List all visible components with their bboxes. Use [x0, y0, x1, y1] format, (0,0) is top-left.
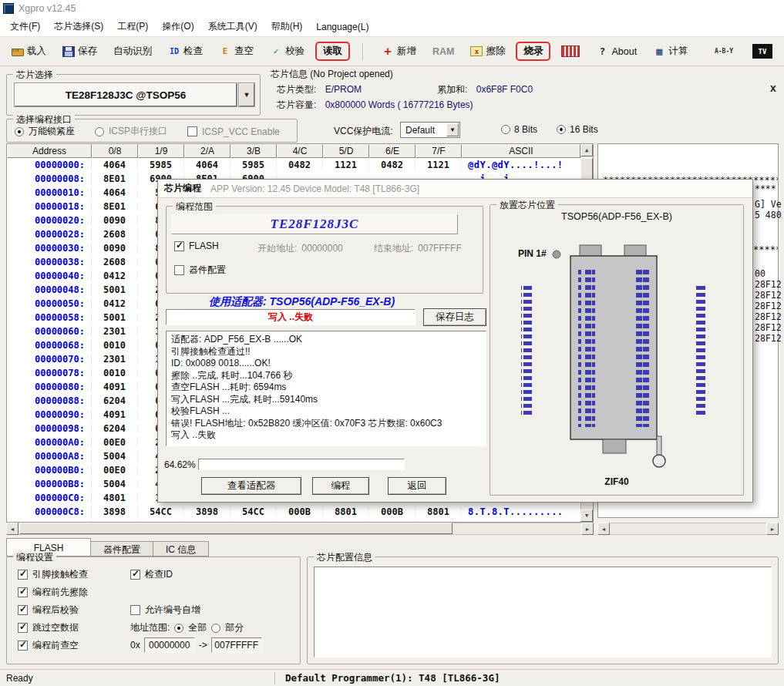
hex-cell[interactable]: 3898 [184, 506, 230, 517]
chevron-down-icon[interactable]: ▼ [446, 123, 459, 136]
16bits-radio[interactable] [557, 125, 566, 134]
program-button[interactable]: 编程 [312, 477, 369, 495]
horizontal-scrollbar[interactable]: ◄ ► [597, 523, 779, 535]
menu-item-3[interactable]: 操作(O) [155, 18, 200, 35]
hex-cell[interactable]: 0412 [92, 271, 138, 281]
checkbox[interactable] [18, 605, 28, 615]
hex-cell[interactable]: 6204 [92, 423, 138, 434]
toolbar-calculator-button[interactable]: ▦计算 [648, 41, 693, 62]
toolbar-program-button[interactable]: 烧录 [516, 42, 550, 61]
serial-increment-checkbox[interactable]: 允许编号自增 [130, 604, 200, 617]
toolbar-auto-detect-button[interactable]: 自动识别 [108, 41, 157, 62]
range-all-radio[interactable] [174, 624, 183, 633]
icsp-vcc-checkbox[interactable] [187, 126, 197, 136]
toolbar-about-button[interactable]: ?About [591, 42, 642, 62]
toolbar-add-device-button[interactable]: +新增 [376, 41, 422, 62]
checkbox[interactable] [18, 623, 28, 633]
hex-cell[interactable]: 0010 [92, 368, 138, 378]
toolbar-ic-test-button[interactable] [556, 42, 585, 61]
hex-cell[interactable]: 4801 [92, 493, 138, 503]
toolbar-logic-test-button[interactable]: A-B-Y [706, 42, 742, 62]
hex-cell[interactable]: 00E0 [92, 465, 138, 476]
horizontal-scrollbar[interactable]: ◄ ► [6, 523, 594, 535]
toolbar-ram-test-button[interactable]: RAM [427, 42, 459, 61]
scrollbar-thumb[interactable] [19, 523, 453, 534]
checkbox[interactable] [130, 570, 140, 580]
skip-blank-checkbox[interactable]: 跳过空数据 [18, 621, 79, 634]
universal-socket-radio[interactable] [15, 127, 24, 136]
hex-cell[interactable]: 0482 [369, 160, 416, 170]
toolbar-blank-check-button[interactable]: E查空 [214, 41, 259, 62]
menu-item-5[interactable]: 帮助(H) [264, 18, 310, 35]
hex-cell[interactable]: 8801 [323, 506, 369, 517]
vcc-current-select[interactable]: Default ▼ [400, 122, 460, 138]
hex-cell[interactable]: 1121 [416, 160, 462, 170]
tab-2[interactable]: IC 信息 [153, 541, 209, 557]
hex-cell[interactable]: 5985 [138, 160, 184, 170]
end-address-input[interactable]: 007FFFFF [211, 637, 262, 653]
toolbar-read-button[interactable]: 读取 [315, 42, 350, 61]
tab-1[interactable]: 器件配置 [90, 541, 153, 557]
hex-cell[interactable]: 5001 [92, 312, 138, 323]
hex-cell[interactable]: 1121 [323, 160, 369, 170]
icsp-radio[interactable] [95, 127, 104, 136]
verify-after-checkbox[interactable]: 编程后校验 [18, 604, 79, 617]
checkbox[interactable] [18, 570, 28, 580]
menu-item-4[interactable]: 系统工具(V) [201, 18, 264, 35]
hex-cell[interactable]: 4091 [92, 409, 138, 420]
hex-cell[interactable]: 5004 [92, 451, 138, 462]
checkbox[interactable] [18, 587, 28, 597]
hex-cell[interactable]: 2608 [92, 229, 138, 240]
hex-cell[interactable]: 54CC [138, 506, 184, 517]
range-part-radio[interactable] [211, 624, 220, 633]
scroll-down-icon[interactable]: ▼ [580, 509, 593, 522]
hex-cell[interactable]: 6204 [92, 395, 138, 406]
hex-cell[interactable]: 8801 [416, 506, 462, 517]
toolbar-load-button[interactable]: 载入 [6, 41, 52, 62]
view-adapter-button[interactable]: 查看适配器 [201, 477, 301, 495]
chip-select-combobox[interactable]: TE28F128J3C @TSOP56 [15, 83, 237, 106]
hex-cell[interactable]: 0010 [92, 340, 138, 351]
scroll-right-icon[interactable]: ► [766, 523, 779, 535]
scroll-up-icon[interactable]: ▲ [580, 144, 593, 156]
hex-cell[interactable]: 4064 [184, 160, 230, 170]
hex-cell[interactable]: 4091 [92, 382, 138, 392]
hex-cell[interactable]: 2301 [92, 326, 138, 337]
hex-cell[interactable]: 0412 [92, 298, 138, 309]
hex-cell[interactable]: 00E0 [92, 437, 138, 448]
hex-cell[interactable]: 54CC [230, 506, 277, 517]
hex-cell[interactable]: 8E01 [92, 201, 138, 212]
menu-item-1[interactable]: 芯片选择(S) [47, 18, 110, 35]
hex-cell[interactable]: 0090 [92, 215, 138, 226]
scroll-left-icon[interactable]: ◄ [6, 523, 19, 535]
scroll-right-icon[interactable]: ► [581, 523, 594, 535]
erase-before-checkbox[interactable]: 编程前先擦除 [18, 586, 88, 599]
hex-cell[interactable]: 0482 [277, 160, 323, 170]
hex-cell[interactable]: 000B [369, 506, 416, 517]
hex-cell[interactable]: 4064 [92, 160, 138, 170]
chevron-down-icon[interactable]: ▼ [239, 83, 254, 106]
toolbar-save-button[interactable]: 保存 [57, 41, 103, 62]
hex-cell[interactable]: 5985 [230, 160, 277, 170]
start-address-input[interactable]: 00000000 [144, 637, 195, 653]
toolbar-tv-button[interactable]: TV [747, 40, 778, 62]
hex-cell[interactable]: 5004 [92, 479, 138, 489]
hex-cell[interactable]: 4064 [92, 187, 138, 198]
hex-cell[interactable]: 2608 [92, 257, 138, 267]
close-icon[interactable]: x [770, 82, 776, 94]
hex-cell[interactable]: 5001 [92, 284, 138, 295]
blank-check-before-checkbox[interactable]: 编程前查空 [18, 639, 79, 652]
menu-item-0[interactable]: 文件(F) [3, 18, 47, 35]
toolbar-erase-button[interactable]: x擦除 [465, 41, 510, 62]
8bits-radio[interactable] [501, 125, 510, 134]
hex-cell[interactable]: 0090 [92, 243, 138, 254]
hex-cell[interactable]: 3898 [92, 506, 138, 517]
hex-cell[interactable]: 8E01 [92, 173, 138, 184]
checkbox[interactable] [130, 605, 140, 615]
toolbar-check-id-button[interactable]: ID检查 [163, 41, 208, 62]
pin-detect-checkbox[interactable]: 引脚接触检查 [18, 568, 88, 581]
save-log-button[interactable]: 保存日志 [423, 308, 486, 326]
flash-checkbox[interactable] [174, 241, 184, 251]
check-id-checkbox[interactable]: 检查ID [130, 568, 173, 581]
toolbar-verify-button[interactable]: ✓校验 [264, 41, 310, 62]
